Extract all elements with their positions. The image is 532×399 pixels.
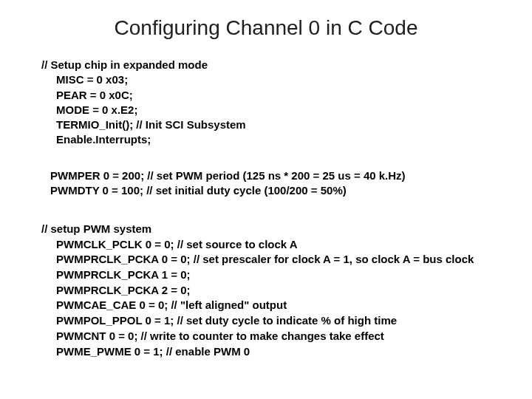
code-line: PWMPRCLK_PCKA 2 = 0; bbox=[56, 284, 191, 296]
code-line: // Setup chip in expanded mode bbox=[41, 58, 246, 72]
code-line: // setup PWM system bbox=[41, 222, 474, 237]
code-line: PWMPER 0 = 200; // set PWM period (125 n… bbox=[50, 168, 406, 183]
code-line: PWMDTY 0 = 100; // set initial duty cycl… bbox=[50, 183, 406, 198]
code-line: PWMPRCLK_PCKA 1 = 0; bbox=[56, 268, 191, 281]
code-line: PWMPRCLK_PCKA 0 = 0; // set prescaler fo… bbox=[56, 253, 474, 265]
code-line: PWME_PWME 0 = 1; // enable PWM 0 bbox=[56, 345, 250, 358]
code-block-pwm: // setup PWM system PWMCLK_PCLK 0 = 0; /… bbox=[41, 222, 474, 359]
code-line: PWMCNT 0 = 0; // write to counter to mak… bbox=[56, 330, 384, 342]
code-line: Enable.Interrupts; bbox=[56, 133, 151, 146]
slide: Configuring Channel 0 in C Code // Setup… bbox=[0, 0, 532, 399]
code-line: PEAR = 0 x0C; bbox=[56, 89, 133, 101]
code-line: PWMPOL_PPOL 0 = 1; // set duty cycle to … bbox=[56, 314, 397, 327]
slide-title: Configuring Channel 0 in C Code bbox=[0, 16, 532, 40]
code-line: MODE = 0 x.E2; bbox=[56, 103, 137, 116]
code-block-period: PWMPER 0 = 200; // set PWM period (125 n… bbox=[50, 168, 406, 199]
code-line: PWMCLK_PCLK 0 = 0; // set source to cloc… bbox=[56, 238, 298, 250]
code-line: PWMCAE_CAE 0 = 0; // "left aligned" outp… bbox=[56, 299, 287, 311]
code-line: MISC = 0 x03; bbox=[56, 73, 128, 86]
code-line: TERMIO_Init(); // Init SCI Subsystem bbox=[56, 118, 246, 131]
code-block-setup: // Setup chip in expanded mode MISC = 0 … bbox=[41, 58, 246, 148]
